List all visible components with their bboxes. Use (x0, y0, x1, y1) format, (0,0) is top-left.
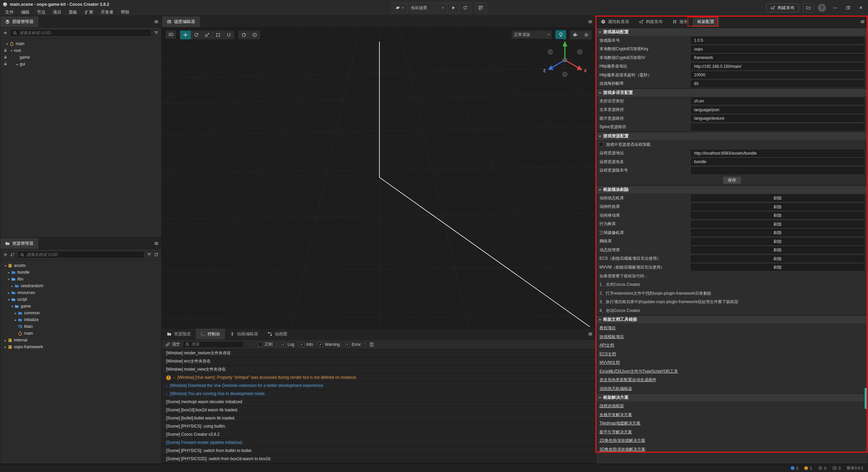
tree-chevron-icon[interactable]: ▸ (13, 318, 18, 322)
help-icon[interactable]: ? (818, 4, 826, 12)
console-line[interactable]: [Scene] [box2d]:box2d wasm lib loaded. (162, 406, 595, 414)
hierarchy-node[interactable]: ▸ gui (0, 61, 161, 67)
remove-module-button[interactable]: 剔除 (691, 212, 864, 219)
section-header[interactable]: ▾ 游戏基础配置 (596, 27, 868, 36)
doc-link[interactable]: 战棋游戏框架 (599, 403, 624, 409)
section-header[interactable]: ▾ 框架模块剔除 (596, 185, 868, 194)
console-line[interactable]: [Scene] Cocos Creator v3.8.2 (162, 431, 595, 439)
section-header[interactable]: ▾ 游戏资源配置 (596, 132, 868, 140)
doc-link[interactable]: MVVM文档 (599, 360, 620, 366)
remote-load-checkbox[interactable] (599, 142, 604, 147)
tab-inspector[interactable]: 服务 (668, 16, 693, 27)
scrollbar-thumb[interactable] (865, 388, 867, 409)
field-input[interactable] (691, 167, 864, 174)
doc-link[interactable]: 游戏模板项目 (599, 334, 624, 340)
filter-icon[interactable] (154, 31, 159, 35)
snap-tool-button[interactable] (238, 31, 249, 39)
field-input[interactable]: language/json (691, 106, 864, 113)
asset-node[interactable]: ▸ internal (0, 337, 161, 343)
dimension-toggle-button[interactable]: 3D (165, 30, 176, 39)
scene-viewport[interactable]: Y X Z 3D 正常渲染 ▾ (162, 27, 595, 328)
console-line[interactable]: [Scene] [bullet]:bullet wasm lib loaded. (162, 414, 595, 422)
tab-hierarchy[interactable]: 层级管理器 (0, 16, 38, 27)
doc-link[interactable]: 全栈开发解决方案 (599, 412, 632, 418)
field-input[interactable]: bundle (691, 158, 864, 165)
menu-item[interactable]: 编辑 (17, 9, 33, 15)
hierarchy-node[interactable]: ▾ root (0, 47, 161, 54)
panel-menu-icon[interactable] (588, 329, 593, 339)
remove-module-button[interactable]: 剔除 (691, 221, 864, 228)
preview-qr-button[interactable] (475, 3, 487, 13)
refresh-icon[interactable] (154, 252, 159, 257)
platform-select[interactable]: ▾ (392, 3, 407, 13)
menu-item[interactable]: 文件 (1, 9, 17, 15)
tree-chevron-icon[interactable]: ▾ (9, 49, 14, 53)
maximize-button[interactable] (846, 5, 850, 10)
menu-item[interactable]: 开发者 (97, 9, 117, 15)
regex-checkbox[interactable]: 正则 (258, 341, 273, 347)
camera-preview-button[interactable] (570, 31, 581, 39)
tree-chevron-icon[interactable]: ▸ (13, 311, 18, 315)
console-line[interactable]: [Scene] [PHYSICS2D]: switch from box2d-w… (162, 455, 595, 463)
asset-node[interactable]: ▸ common (0, 310, 161, 316)
console-line[interactable]: [Scene] Forward render pipeline initiali… (162, 439, 595, 447)
remove-module-button[interactable]: 剔除 (691, 255, 864, 262)
field-input[interactable]: 60 (691, 80, 864, 87)
asset-node[interactable]: ▾ script (0, 296, 161, 303)
section-header[interactable]: ▾ 框架文档工具链接 (596, 315, 868, 324)
field-input[interactable]: framework (691, 54, 864, 61)
console-line[interactable]: !›[Window] [Vue warn]: Property "onInput… (162, 374, 595, 382)
doc-link[interactable]: 动画状态机编辑器 (599, 386, 632, 392)
tab-inspector[interactable]: 属性检查器 (596, 16, 634, 27)
asset-node[interactable]: TSMain (0, 323, 161, 330)
menu-item[interactable]: 扩展 (81, 9, 97, 15)
build-publish-button[interactable]: 构建发布 (766, 3, 799, 12)
close-button[interactable]: × (859, 4, 863, 11)
remove-module-button[interactable]: 剔除 (691, 247, 864, 253)
status-error-counter[interactable]: 0 (818, 466, 826, 470)
scene-dropdown[interactable]: 当前场景 ▾ (407, 3, 447, 13)
asset-node[interactable]: ▾ assets (0, 262, 161, 269)
add-node-button[interactable] (3, 31, 8, 35)
log-file-icon[interactable] (369, 342, 374, 347)
tree-chevron-icon[interactable]: ▾ (10, 304, 15, 308)
tab-inspector[interactable]: 构建发布 (634, 16, 668, 27)
section-header[interactable]: ▾ 框架解决方案 (596, 393, 868, 402)
filter-info-checkbox[interactable]: ✓ Info (300, 342, 313, 347)
tree-chevron-icon[interactable]: ▾ (6, 277, 11, 281)
rect-tool-button[interactable] (213, 31, 223, 39)
panel-menu-icon[interactable] (860, 16, 865, 27)
asset-node[interactable]: ▾ game (0, 303, 161, 310)
tab-console[interactable]: 资源预览 (162, 329, 196, 339)
section-header[interactable]: ▾ 游戏多语言配置 (596, 88, 868, 97)
asset-node[interactable]: ▸ initialize (0, 316, 161, 323)
lightbulb-button[interactable] (555, 30, 566, 39)
asset-node[interactable]: ▸ bundle (0, 269, 161, 276)
remove-module-button[interactable]: 剔除 (691, 238, 864, 245)
console-line[interactable]: [Window] model_view文件夹存在 (162, 366, 595, 374)
remove-module-button[interactable]: 剔除 (691, 203, 864, 210)
tree-chevron-icon[interactable]: ▾ (3, 264, 8, 268)
status-package-counter[interactable]: 0 (832, 466, 841, 470)
open-project-folder-button[interactable] (803, 3, 814, 12)
asset-node[interactable]: ▸ resources (0, 289, 161, 296)
console-line[interactable]: [Scene] meshopt wasm decoder initialized (162, 398, 595, 406)
render-mode-dropdown[interactable]: 正常渲染 ▾ (511, 30, 552, 39)
field-input[interactable]: 10000 (691, 72, 864, 78)
tab-console[interactable]: 动画图 (263, 329, 292, 339)
console-line[interactable]: ›[Window] You are running Vue in develop… (162, 390, 595, 398)
tab-framework-config[interactable]: 框架配置 (693, 16, 719, 27)
sort-icon[interactable] (10, 252, 15, 257)
status-warning-counter[interactable]: 1 (804, 466, 812, 470)
rotate-tool-button[interactable] (191, 31, 202, 39)
tree-chevron-icon[interactable]: ▸ (10, 284, 15, 288)
tab-console[interactable]: 动画编辑器 (225, 329, 263, 339)
expand-chevron-icon[interactable]: › (166, 382, 167, 390)
scale-tool-button[interactable] (202, 31, 213, 39)
field-input[interactable]: http://192.168.0.150/main/ (691, 63, 864, 70)
menu-item[interactable]: 节点 (33, 9, 49, 15)
tree-chevron-icon[interactable]: ▸ (15, 62, 20, 66)
console-line[interactable]: [Window] render_texture文件夹存在 (162, 349, 595, 357)
asset-node[interactable]: ▸ oops-framework (0, 343, 161, 350)
tree-chevron-icon[interactable]: ▾ (5, 42, 9, 46)
